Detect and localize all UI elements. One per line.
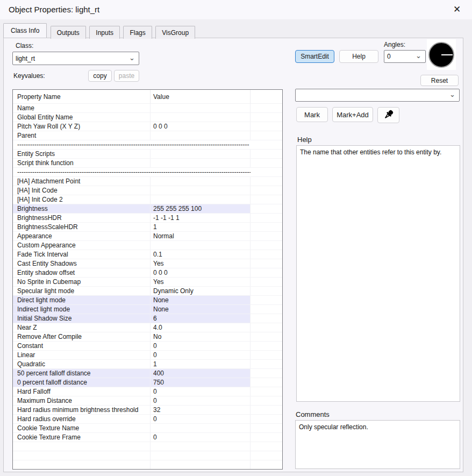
table-row[interactable]: Script think function <box>13 159 282 168</box>
table-row[interactable]: Cast Entity ShadowsYes <box>13 259 282 268</box>
table-row[interactable] <box>13 451 282 460</box>
class-combobox[interactable]: light_rt ⌄ <box>12 52 139 65</box>
table-row[interactable]: Near Z4.0 <box>13 323 282 332</box>
property-name-cell: Custom Appearance <box>13 241 151 250</box>
property-table[interactable]: Property Name Value NameGlobal Entity Na… <box>12 89 283 470</box>
help-panel-label: Help <box>297 136 312 144</box>
table-row[interactable]: Global Entity Name <box>13 113 282 122</box>
row-extra-cell <box>251 186 282 195</box>
row-extra-cell <box>251 268 282 278</box>
table-row[interactable]: [HA] Init Code 2 <box>13 195 282 204</box>
comments-textarea[interactable] <box>295 420 460 469</box>
table-row[interactable]: Maximum Distance0 <box>13 396 282 406</box>
chevron-down-icon: ⌄ <box>416 52 421 60</box>
table-row[interactable]: 50 percent falloff distance400 <box>13 369 282 378</box>
smartedit-button[interactable]: SmartEdit <box>295 50 334 63</box>
separator-dashes: ----------------------------------------… <box>13 140 251 150</box>
tab-flags[interactable]: Flags <box>123 26 152 39</box>
table-row[interactable]: Parent <box>13 131 282 140</box>
copy-button[interactable]: copy <box>88 70 112 82</box>
tab-outputs[interactable]: Outputs <box>51 26 86 39</box>
angles-combobox[interactable]: 0 ⌄ <box>384 50 426 63</box>
tab-inputs[interactable]: Inputs <box>89 26 120 39</box>
value-cell <box>151 241 251 250</box>
reset-button[interactable]: Reset <box>420 75 459 86</box>
property-name-cell: Appearance <box>13 232 151 241</box>
table-row[interactable]: [HA] Init Code <box>13 186 282 195</box>
table-row[interactable]: Quadratic1 <box>13 360 282 369</box>
table-row[interactable]: Direct light modeNone <box>13 296 282 305</box>
table-row[interactable]: Fade Tick Interval0.1 <box>13 250 282 259</box>
value-cell <box>151 113 251 122</box>
table-row[interactable]: 0 percent falloff distance750 <box>13 378 282 387</box>
property-name-cell: Global Entity Name <box>13 113 151 122</box>
table-row[interactable]: Entity Scripts <box>13 150 282 159</box>
value-combobox[interactable]: ⌄ <box>295 89 460 102</box>
angle-dial[interactable] <box>427 39 456 70</box>
help-button[interactable]: Help <box>339 50 378 63</box>
tab-visgroup[interactable]: VisGroup <box>155 26 195 39</box>
property-name-cell: Hard radius override <box>13 415 151 424</box>
row-extra-cell <box>251 451 282 460</box>
value-cell <box>151 186 251 195</box>
value-cell: 0 0 0 <box>151 268 251 278</box>
table-row[interactable]: Cookie Texture Name <box>13 424 282 433</box>
table-separator-row[interactable]: ----------------------------------------… <box>13 168 282 177</box>
row-extra-cell <box>251 259 282 268</box>
value-cell: 0 0 0 <box>151 122 251 131</box>
row-extra-cell <box>251 177 282 186</box>
table-row[interactable]: Hard Falloff0 <box>13 387 282 396</box>
row-extra-cell <box>251 223 282 232</box>
row-extra-cell <box>251 122 282 131</box>
table-row[interactable]: Pitch Yaw Roll (X Y Z)0 0 0 <box>13 122 282 131</box>
table-row[interactable]: Indirect light modeNone <box>13 305 282 314</box>
table-row[interactable]: Entity shadow offset0 0 0 <box>13 268 282 278</box>
row-extra-cell <box>251 168 282 177</box>
property-name-cell: Indirect light mode <box>13 305 151 314</box>
comments-label: Comments <box>296 410 330 418</box>
keyvalues-label: Keyvalues: <box>13 72 45 80</box>
table-row[interactable]: Name <box>13 104 282 113</box>
table-row[interactable]: Custom Appearance <box>13 241 282 250</box>
table-row[interactable]: Remove After CompileNo <box>13 332 282 342</box>
class-label: Class: <box>16 42 33 49</box>
paste-button[interactable]: paste <box>114 70 139 82</box>
table-row[interactable]: Initial Shadow Size6 <box>13 314 282 323</box>
property-name-cell: Direct light mode <box>13 296 151 305</box>
help-text: The name that other entities refer to th… <box>300 148 441 156</box>
value-cell <box>151 424 251 433</box>
row-extra-cell <box>251 131 282 140</box>
table-row[interactable]: Hard radius override0 <box>13 415 282 424</box>
row-extra-cell <box>251 104 282 113</box>
row-extra-cell <box>251 140 282 150</box>
table-row[interactable]: Cookie Texture Frame0 <box>13 433 282 442</box>
row-extra-cell <box>251 360 282 369</box>
table-row[interactable]: AppearanceNormal <box>13 232 282 241</box>
table-separator-row[interactable]: ----------------------------------------… <box>13 140 282 150</box>
table-row[interactable]: Constant0 <box>13 342 282 351</box>
table-row[interactable]: [HA] Attachment Point <box>13 177 282 186</box>
table-row[interactable]: Linear0 <box>13 351 282 360</box>
table-row[interactable]: Specular light modeDynamic Only <box>13 287 282 296</box>
property-table-header: Property Name Value <box>13 90 282 104</box>
value-cell: None <box>151 305 251 314</box>
row-extra-cell <box>251 387 282 396</box>
table-row[interactable]: Hard radius minimum brightness threshold… <box>13 406 282 415</box>
mark-add-button[interactable]: Mark+Add <box>332 107 373 122</box>
tab-class-info[interactable]: Class Info <box>3 23 47 38</box>
table-row[interactable]: No Sprite in CubemapYes <box>13 278 282 287</box>
mark-button[interactable]: Mark <box>296 107 328 122</box>
table-row[interactable] <box>13 442 282 451</box>
table-row[interactable]: BrightnessScaleHDR1 <box>13 223 282 232</box>
value-cell <box>151 177 251 186</box>
table-row[interactable]: Brightness255 255 255 100 <box>13 204 282 214</box>
close-icon[interactable]: ✕ <box>445 0 469 19</box>
table-row[interactable]: BrightnessHDR-1 -1 -1 1 <box>13 214 282 223</box>
help-text-box: The name that other entities refer to th… <box>296 145 460 402</box>
row-extra-cell <box>251 296 282 305</box>
property-name-cell: Near Z <box>13 323 151 332</box>
eyedropper-button[interactable] <box>377 107 399 123</box>
property-name-cell: 0 percent falloff distance <box>13 378 151 387</box>
table-row[interactable] <box>13 460 282 470</box>
property-name-cell: BrightnessHDR <box>13 214 151 223</box>
